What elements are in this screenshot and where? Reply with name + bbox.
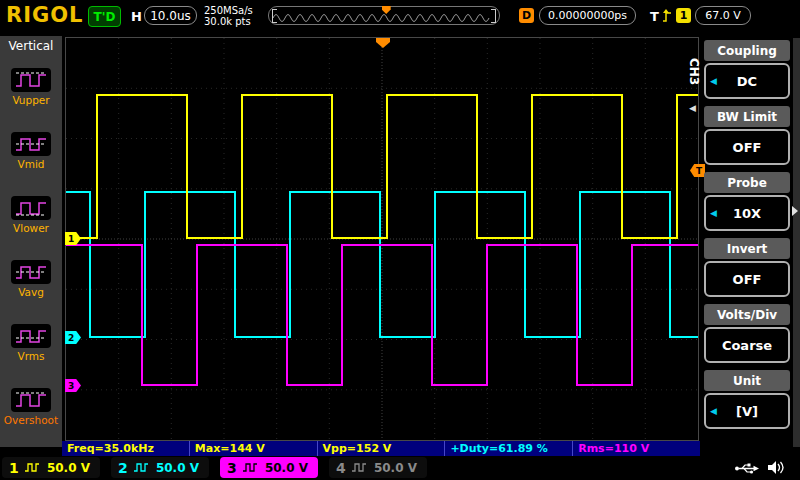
measure-item-icon (11, 324, 51, 348)
channel-number: 4 (336, 460, 346, 476)
submenu-arrow-icon: ◀ (710, 407, 717, 416)
trigger-edge-icon (662, 8, 673, 28)
timebase-value[interactable]: 10.0us (144, 6, 197, 25)
channel-coupling-icon (24, 462, 40, 473)
sidebar-title: Vertical (0, 36, 62, 55)
menu-item[interactable]: Unit ◀ [V] (704, 370, 790, 429)
measurement-text: +Duty=61.89 % (450, 442, 547, 455)
waveform-canvas (66, 38, 698, 440)
menu-item-value-box[interactable]: ◀ Coarse (704, 327, 790, 363)
menu-item-value: OFF (733, 272, 762, 287)
menu-item[interactable]: Probe ◀ 10X (704, 172, 790, 231)
menu-item[interactable]: BW Limit ◀ OFF (704, 106, 790, 165)
menu-item[interactable]: Volts/Div ◀ Coarse (704, 304, 790, 363)
measure-item-icon (11, 260, 51, 284)
menu-item-value-box[interactable]: ◀ 10X (704, 195, 790, 231)
active-menu-tab: CH3 (687, 58, 701, 102)
trigger-label: T (650, 9, 659, 24)
trigger-delay-value[interactable]: 0.00000000ps (539, 6, 636, 25)
channel-number: 1 (9, 460, 19, 476)
measure-item-icon (11, 68, 51, 92)
menu-item-value-box[interactable]: ◀ DC (704, 63, 790, 99)
menu-item[interactable]: Coupling ◀ DC (704, 40, 790, 99)
trigger-status-badge: T'D (88, 6, 121, 27)
channel-number: 3 (227, 460, 237, 476)
measurement-item: Rms=110 V (572, 441, 700, 456)
sidebar-measure-item[interactable]: Vavg (0, 247, 62, 311)
menu-page-arrow-icon[interactable] (792, 206, 798, 216)
waveform-preview-strip[interactable] (268, 6, 500, 25)
menu-tab-arrow-icon: ◀ (689, 104, 696, 113)
submenu-arrow-icon: ◀ (710, 77, 717, 86)
sample-rate: 250MSa/s (204, 5, 253, 16)
menu-item-title: BW Limit (704, 106, 790, 127)
channel-status[interactable]: 4 50.0 V (329, 457, 427, 478)
brand-logo: RIGOL (6, 3, 83, 27)
measure-item-icon (11, 132, 51, 156)
menu-item-value-box[interactable]: ◀ OFF (704, 129, 790, 165)
channel-number: 2 (118, 460, 128, 476)
channel-scale: 50.0 V (374, 461, 417, 475)
menu-item-title: Probe (704, 172, 790, 193)
channel-coupling-icon (133, 462, 149, 473)
measure-item-label: Vrms (17, 350, 44, 362)
menu-item[interactable]: Invert ◀ OFF (704, 238, 790, 297)
menu-item-value: OFF (733, 140, 762, 155)
memory-depth: 30.0k pts (204, 16, 251, 27)
measure-item-label: Overshoot (4, 414, 58, 426)
acquisition-info: 250MSa/s 30.0k pts (204, 5, 253, 27)
menu-item-value-box[interactable]: ◀ [V] (704, 393, 790, 429)
menu-item-value: DC (737, 74, 757, 89)
menu-item-value: 10X (733, 206, 761, 221)
waveform-display[interactable]: T 213 (66, 38, 698, 440)
delay-label-badge: D (519, 8, 534, 23)
speaker-icon[interactable] (766, 459, 785, 480)
menu-item-title: Coupling (704, 40, 790, 61)
channel-status[interactable]: 3 50.0 V (220, 457, 318, 478)
sidebar-measure-item[interactable]: Vlower (0, 183, 62, 247)
measure-item-label: Vlower (13, 222, 49, 234)
sidebar-measure-item[interactable]: Vupper (0, 55, 62, 119)
sidebar-measure-item[interactable]: Overshoot (0, 375, 62, 439)
channel-2-trace (66, 192, 698, 337)
menu-item-title: Unit (704, 370, 790, 391)
menu-item-value-box[interactable]: ◀ OFF (704, 261, 790, 297)
sidebar-items: Vupper Vmid Vlower Vavg (0, 55, 62, 439)
top-status-bar: RIGOL T'D H 10.0us 250MSa/s 30.0k pts D … (0, 0, 800, 32)
softkey-menu: Coupling ◀ DC BW Limit ◀ OFF Probe ◀ 10X… (704, 40, 790, 436)
measurement-text: Max=144 V (195, 442, 265, 455)
measurement-item: Max=144 V (189, 441, 317, 456)
measure-item-label: Vmid (18, 158, 45, 170)
measure-item-icon (11, 388, 51, 412)
trigger-level-value[interactable]: 67.0 V (695, 6, 751, 25)
channel-scale: 50.0 V (265, 461, 308, 475)
submenu-arrow-icon: ◀ (710, 209, 717, 218)
channel-coupling-icon (242, 462, 258, 473)
measurement-text: Vpp=152 V (323, 442, 392, 455)
measurement-text: Rms=110 V (578, 442, 649, 455)
measurement-item: +Duty=61.89 % (444, 441, 572, 456)
preview-window-right-bracket (491, 9, 496, 23)
menu-item-title: Volts/Div (704, 304, 790, 325)
vertical-measure-sidebar: Vertical Vupper Vmid Vlower (0, 36, 62, 447)
channel-scale: 50.0 V (47, 461, 90, 475)
trigger-source-badge[interactable]: 1 (676, 8, 691, 23)
usb-icon (734, 461, 760, 480)
channel-status[interactable]: 2 50.0 V (111, 457, 209, 478)
measure-item-label: Vupper (12, 94, 49, 106)
channel-status-bar: 1 50.0 V 2 50.0 V 3 50.0 V 4 50.0 V (2, 457, 427, 478)
channel-coupling-icon (351, 462, 367, 473)
menu-side-strip (793, 38, 800, 447)
measurement-text: Freq=35.0kHz (67, 442, 154, 455)
measure-item-icon (11, 196, 51, 220)
sidebar-measure-item[interactable]: Vrms (0, 311, 62, 375)
measure-item-label: Vavg (18, 286, 44, 298)
horizontal-label: H (131, 9, 142, 24)
channel-status[interactable]: 1 50.0 V (2, 457, 100, 478)
sidebar-measure-item[interactable]: Vmid (0, 119, 62, 183)
measurement-item: Freq=35.0kHz (62, 441, 189, 456)
menu-item-title: Invert (704, 238, 790, 259)
measurement-item: Vpp=152 V (317, 441, 445, 456)
menu-item-value: Coarse (722, 338, 772, 353)
menu-item-value: [V] (736, 404, 758, 419)
